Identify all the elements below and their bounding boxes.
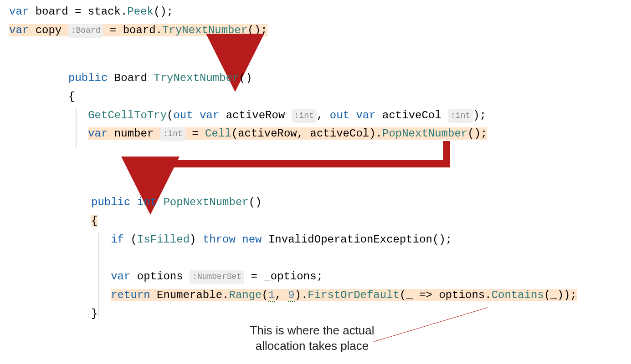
- token-eq: =: [251, 270, 257, 283]
- token-dot: .: [222, 289, 229, 301]
- literal-1: 1: [268, 289, 275, 302]
- token-close: ));: [557, 289, 577, 301]
- token-comma: ,: [275, 289, 281, 301]
- token-close: ): [190, 233, 196, 246]
- keyword-out: out: [173, 109, 193, 121]
- keyword-out: out: [330, 109, 349, 121]
- method-range: Range: [229, 289, 262, 301]
- annotation-connector-icon: [374, 308, 492, 342]
- keyword-var: var: [88, 127, 108, 140]
- keyword-public: public: [68, 72, 108, 84]
- token-close: ): [369, 127, 375, 140]
- gutter-line: [98, 233, 99, 317]
- ident-activerow-ref: activeRow: [238, 127, 297, 140]
- keyword-var: var: [9, 5, 29, 18]
- keyword-var: var: [356, 109, 375, 121]
- method-cell: Cell: [205, 127, 231, 140]
- keyword-var: var: [111, 270, 130, 283]
- type-hint-board: :Board: [68, 24, 103, 38]
- type-board: Board: [114, 72, 147, 84]
- arrow-1-down-icon: [224, 37, 246, 72]
- method-contains: Contains: [492, 289, 544, 301]
- token-dot: .: [301, 289, 308, 301]
- token-dot: .: [376, 127, 382, 140]
- lambda-param-ref: _: [550, 289, 557, 301]
- token-dot: .: [485, 289, 491, 301]
- keyword-throw: throw: [203, 233, 236, 246]
- type-hint-int: :int: [292, 109, 317, 123]
- keyword-var: var: [9, 24, 29, 36]
- type-hint-int: :int: [160, 127, 185, 142]
- ident-underscore-options: _options;: [264, 270, 323, 283]
- token-eq: =: [75, 5, 81, 18]
- svg-line-1: [374, 308, 487, 342]
- method-firstordefault: FirstOrDefault: [308, 289, 400, 301]
- method-popnextnumber-call: PopNextNumber: [382, 127, 467, 140]
- token-open: (: [167, 109, 173, 121]
- token-parens: ();: [154, 5, 173, 18]
- ident-copy: copy: [36, 24, 62, 36]
- keyword-return: return: [111, 289, 150, 301]
- type-invalidoperationexception: InvalidOperationException();: [268, 233, 452, 246]
- ident-number: number: [114, 127, 154, 140]
- token-open: (: [130, 233, 137, 246]
- type-int: int: [137, 196, 157, 208]
- token-open: (: [231, 127, 238, 140]
- lambda-arrow: =>: [419, 289, 432, 301]
- token-parens: ();: [467, 127, 487, 140]
- method-trynextnumber-call: TryNextNumber: [162, 24, 247, 36]
- code-snippet-2: public Board TryNextNumber() { GetCellTo…: [68, 69, 487, 143]
- code-snippet-3: public int PopNextNumber() { if (IsFille…: [91, 193, 577, 324]
- token-comma: ,: [317, 109, 323, 121]
- literal-9: 9: [288, 289, 294, 302]
- token-parens: (): [239, 72, 252, 84]
- keyword-public: public: [91, 196, 130, 208]
- token-eq: =: [110, 24, 116, 36]
- ident-activecol-ref: activeCol: [310, 127, 369, 140]
- ident-stack: stack: [88, 5, 121, 18]
- token-close: );: [473, 109, 486, 121]
- method-peek: Peek: [127, 5, 154, 18]
- lambda-param: _: [406, 289, 412, 301]
- method-trynextnumber-decl: TryNextNumber: [154, 72, 239, 84]
- code-snippet-1: var board = stack.Peek(); var copy :Boar…: [9, 3, 267, 40]
- ident-board-ref: board: [123, 24, 156, 36]
- token-close: ): [295, 289, 301, 301]
- token-dot: .: [156, 24, 162, 36]
- gutter-line: [76, 107, 77, 148]
- ident-activerow: activeRow: [226, 109, 285, 121]
- ident-enumerable: Enumerable: [157, 289, 222, 301]
- token-parens: ();: [247, 24, 267, 36]
- method-getcelltotry: GetCellToTry: [88, 109, 167, 121]
- annotation-text: This is where the actual allocation take…: [237, 323, 387, 354]
- keyword-if: if: [111, 233, 124, 246]
- keyword-new: new: [242, 233, 262, 246]
- token-parens: (): [249, 196, 262, 208]
- prop-isfilled: IsFilled: [137, 233, 190, 246]
- type-hint-int: :int: [448, 109, 473, 123]
- method-popnextnumber-decl: PopNextNumber: [163, 196, 248, 208]
- token-open: (: [400, 289, 406, 301]
- token-open: (: [262, 289, 268, 301]
- type-hint-numberset: :NumberSet: [190, 270, 244, 284]
- token-eq: =: [192, 127, 198, 140]
- brace-open: {: [91, 215, 97, 227]
- arrow-2-elbow-icon: [137, 141, 456, 196]
- ident-board: board: [36, 5, 68, 18]
- token-open: (: [544, 289, 550, 301]
- token-dot: .: [121, 5, 127, 18]
- ident-activecol: activeCol: [382, 109, 441, 121]
- ident-options: options: [137, 270, 183, 283]
- keyword-var: var: [200, 109, 219, 121]
- token-comma: ,: [297, 127, 303, 140]
- brace-open: {: [68, 91, 75, 103]
- ident-options-ref: options: [439, 289, 485, 301]
- brace-close: }: [91, 308, 97, 320]
